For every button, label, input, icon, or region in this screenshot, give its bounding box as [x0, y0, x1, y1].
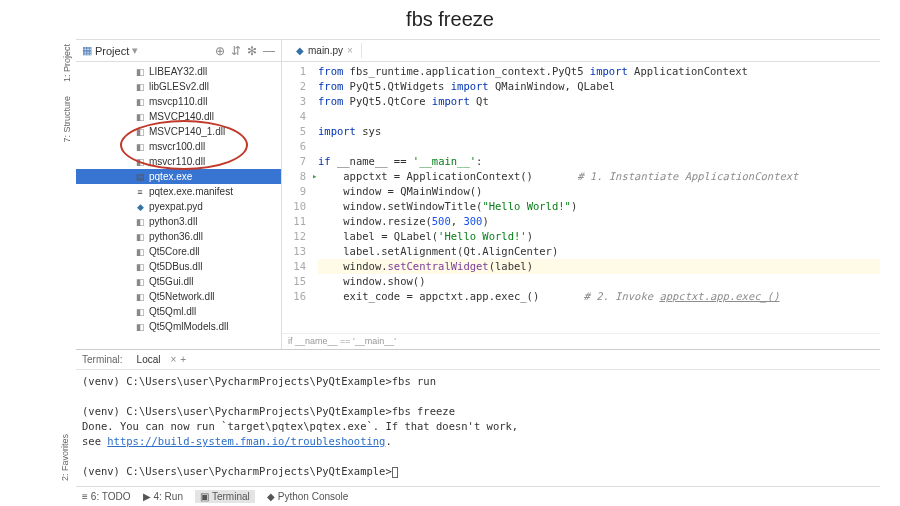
side-tabs: 1: Project 7: Structure	[58, 40, 76, 349]
tree-item[interactable]: ◧MSVCP140.dll	[76, 109, 281, 124]
file-icon: ◧	[134, 261, 146, 273]
file-name: pqtex.exe.manifest	[149, 186, 233, 197]
tree-item[interactable]: ≡pqtex.exe.manifest	[76, 184, 281, 199]
file-name: python3.dll	[149, 216, 197, 227]
side-tab-project[interactable]: 1: Project	[61, 40, 73, 86]
tree-item[interactable]: ◆pyexpat.pyd	[76, 199, 281, 214]
run-marker-icon[interactable]: ▸	[312, 169, 317, 184]
file-icon: ◧	[134, 126, 146, 138]
file-icon: ◧	[134, 246, 146, 258]
tree-item[interactable]: ◧msvcr110.dll	[76, 154, 281, 169]
side-tab-favorites[interactable]: 2: Favorites	[58, 432, 72, 483]
file-icon: ◧	[134, 66, 146, 78]
project-title-text: Project	[95, 45, 129, 57]
tab-filename: main.py	[308, 45, 343, 56]
tree-item[interactable]: ◧Qt5QmlModels.dll	[76, 319, 281, 334]
tree-item[interactable]: ◧Qt5Qml.dll	[76, 304, 281, 319]
tree-item[interactable]: ◧python36.dll	[76, 229, 281, 244]
tree-item[interactable]: ◧msvcp110.dll	[76, 94, 281, 109]
file-name: MSVCP140_1.dll	[149, 126, 225, 137]
split-icon[interactable]: ⇵	[231, 44, 241, 58]
terminal-header: Terminal: Local × +	[76, 350, 880, 370]
file-icon: ◧	[134, 276, 146, 288]
editor-tab[interactable]: ◆ main.py ×	[288, 43, 362, 58]
file-name: pyexpat.pyd	[149, 201, 203, 212]
run-icon: ▶	[143, 491, 151, 502]
python-file-icon: ◆	[296, 45, 304, 56]
code-content[interactable]: from fbs_runtime.application_context.PyQ…	[312, 62, 880, 333]
collapse-icon[interactable]: —	[263, 44, 275, 58]
file-icon: ◧	[134, 156, 146, 168]
side-tab-structure[interactable]: 7: Structure	[61, 92, 73, 147]
file-icon: ≡	[134, 186, 146, 198]
file-icon: ◧	[134, 216, 146, 228]
file-name: LIBEAY32.dll	[149, 66, 207, 77]
file-icon: ▤	[134, 171, 146, 183]
tree-item[interactable]: ◧Qt5Core.dll	[76, 244, 281, 259]
project-title[interactable]: ▦ Project ▾	[82, 44, 215, 57]
dropdown-icon: ▾	[132, 44, 138, 57]
terminal-label: Terminal:	[82, 354, 123, 365]
close-icon[interactable]: ×	[347, 45, 353, 56]
file-name: libGLESv2.dll	[149, 81, 209, 92]
tree-item[interactable]: ◧libGLESv2.dll	[76, 79, 281, 94]
python-icon: ◆	[267, 491, 275, 502]
line-number-gutter: ▸ 12345678910111213141516	[282, 62, 312, 333]
file-name: Qt5Network.dll	[149, 291, 215, 302]
terminal-panel: Terminal: Local × + (venv) C:\Users\user…	[76, 349, 880, 483]
terminal-tab[interactable]: Local	[131, 352, 167, 367]
status-todo[interactable]: ≡6: TODO	[82, 491, 131, 502]
tree-item[interactable]: ◧LIBEAY32.dll	[76, 64, 281, 79]
tree-item[interactable]: ◧Qt5Network.dll	[76, 289, 281, 304]
file-name: Qt5DBus.dll	[149, 261, 202, 272]
tree-item[interactable]: ◧MSVCP140_1.dll	[76, 124, 281, 139]
page-title: fbs freeze	[0, 0, 900, 39]
project-panel: ▦ Project ▾ ⊕ ⇵ ✻ — ◧LIBEAY32.dll◧libGLE…	[76, 40, 282, 349]
target-icon[interactable]: ⊕	[215, 44, 225, 58]
file-icon: ◧	[134, 306, 146, 318]
file-name: msvcr110.dll	[149, 156, 205, 167]
project-tree[interactable]: ◧LIBEAY32.dll◧libGLESv2.dll◧msvcp110.dll…	[76, 62, 281, 349]
tree-item[interactable]: ◧Qt5Gui.dll	[76, 274, 281, 289]
file-name: Qt5QmlModels.dll	[149, 321, 228, 332]
terminal-icon: ▣	[200, 491, 209, 502]
code-area[interactable]: ▸ 12345678910111213141516 from fbs_runti…	[282, 62, 880, 333]
todo-icon: ≡	[82, 491, 88, 502]
status-bar: ≡6: TODO ▶4: Run ▣Terminal ◆Python Conso…	[76, 486, 880, 506]
editor-tab-bar: ◆ main.py ×	[282, 40, 880, 62]
file-icon: ◧	[134, 96, 146, 108]
editor-breadcrumb[interactable]: if __name__ == '__main__'	[282, 333, 880, 349]
file-icon: ◧	[134, 321, 146, 333]
status-python-console[interactable]: ◆Python Console	[267, 491, 349, 502]
file-name: python36.dll	[149, 231, 203, 242]
ide-main: 1: Project 7: Structure ▦ Project ▾ ⊕ ⇵ …	[76, 39, 880, 349]
gear-icon[interactable]: ✻	[247, 44, 257, 58]
file-name: msvcp110.dll	[149, 96, 207, 107]
status-run[interactable]: ▶4: Run	[143, 491, 183, 502]
file-icon: ◧	[134, 141, 146, 153]
file-icon: ◆	[134, 201, 146, 213]
terminal-body[interactable]: (venv) C:\Users\user\PycharmProjects\PyQ…	[76, 370, 880, 483]
tree-item[interactable]: ▤pqtex.exe	[76, 169, 281, 184]
tree-item[interactable]: ◧msvcr100.dll	[76, 139, 281, 154]
status-terminal[interactable]: ▣Terminal	[195, 490, 255, 503]
editor-panel: ◆ main.py × ▸ 12345678910111213141516 fr…	[282, 40, 880, 349]
file-icon: ◧	[134, 291, 146, 303]
file-name: Qt5Qml.dll	[149, 306, 196, 317]
file-name: MSVCP140.dll	[149, 111, 214, 122]
file-name: Qt5Gui.dll	[149, 276, 193, 287]
file-name: msvcr100.dll	[149, 141, 205, 152]
terminal-add-tab[interactable]: ×	[170, 354, 176, 365]
folder-icon: ▦	[82, 44, 92, 57]
terminal-plus-icon[interactable]: +	[180, 354, 186, 365]
tree-item[interactable]: ◧python3.dll	[76, 214, 281, 229]
tree-item[interactable]: ◧Qt5DBus.dll	[76, 259, 281, 274]
project-header: ▦ Project ▾ ⊕ ⇵ ✻ —	[76, 40, 281, 62]
file-name: Qt5Core.dll	[149, 246, 200, 257]
file-name: pqtex.exe	[149, 171, 192, 182]
file-icon: ◧	[134, 111, 146, 123]
file-icon: ◧	[134, 231, 146, 243]
file-icon: ◧	[134, 81, 146, 93]
